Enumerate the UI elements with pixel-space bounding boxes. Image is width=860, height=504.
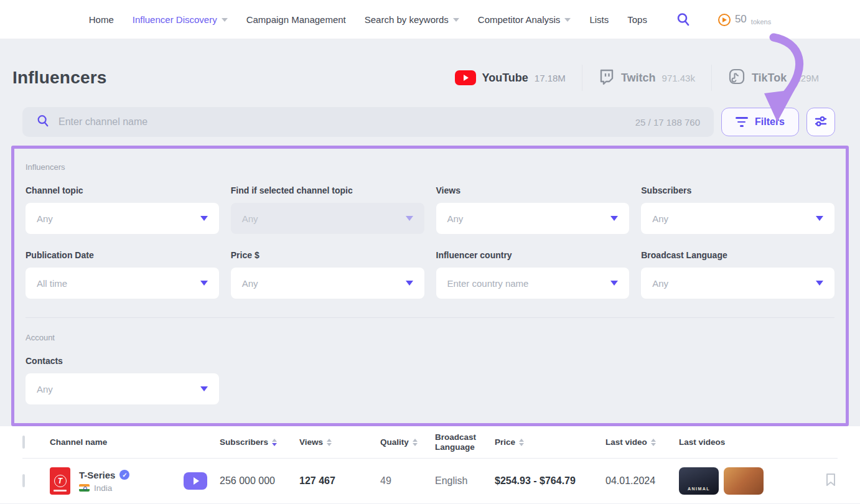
filter-price: Price $ Any <box>231 250 424 299</box>
column-price[interactable]: Price <box>495 437 605 447</box>
nav-competitor-analysis[interactable]: Competitor Analysis <box>478 14 571 25</box>
nav-tops[interactable]: Tops <box>627 14 647 25</box>
youtube-icon <box>455 70 476 85</box>
filters-button-label: Filters <box>755 116 785 128</box>
influencer-country-select[interactable]: Enter country name <box>436 268 630 299</box>
verified-badge-icon: ✓ <box>119 470 129 480</box>
filter-label: Find if selected channel topic <box>231 185 424 195</box>
section-label-influencers: Influencers <box>26 162 834 172</box>
filter-icon <box>736 117 748 127</box>
nav-lists[interactable]: Lists <box>589 14 609 25</box>
token-count: 50 <box>735 13 747 26</box>
youtube-play-button[interactable] <box>184 472 207 490</box>
influencers-table: Channel name Subscribers Views Quality B… <box>0 426 860 503</box>
token-unit: tokens <box>751 18 771 26</box>
cell-subscribers: 256 000 000 <box>220 475 299 487</box>
filter-subscribers: Subscribers Any <box>641 185 834 234</box>
nav-home[interactable]: Home <box>89 14 114 25</box>
top-navigation: Home Influencer Discovery Campaign Manag… <box>0 0 860 39</box>
views-select[interactable]: Any <box>436 203 630 234</box>
column-subscribers[interactable]: Subscribers <box>220 437 299 447</box>
filters-button[interactable]: Filters <box>721 108 799 136</box>
results-counter: 25 / 17 188 760 <box>635 117 700 128</box>
filter-label: Influencer country <box>436 250 630 260</box>
chevron-down-icon <box>200 281 208 286</box>
broadcast-language-select[interactable]: Any <box>641 268 834 299</box>
select-value: All time <box>37 278 67 289</box>
sort-icon <box>327 439 332 446</box>
chevron-down-icon <box>406 281 413 286</box>
cell-views: 127 467 <box>299 475 380 487</box>
chevron-down-icon <box>453 18 459 22</box>
search-icon <box>36 114 50 130</box>
tab-youtube[interactable]: YouTube 17.18M <box>439 70 582 85</box>
select-value: Any <box>37 213 53 224</box>
filter-find-selected-topic: Find if selected channel topic Any <box>231 185 424 234</box>
nav-influencer-discovery-label: Influencer Discovery <box>133 14 217 25</box>
contacts-select[interactable]: Any <box>26 373 219 404</box>
select-value: Any <box>652 213 668 224</box>
search-icon[interactable] <box>676 12 691 27</box>
chevron-down-icon <box>816 216 823 221</box>
column-quality[interactable]: Quality <box>380 437 435 447</box>
nav-influencer-discovery[interactable]: Influencer Discovery <box>133 14 228 25</box>
chevron-down-icon <box>816 281 823 286</box>
channel-search-input[interactable] <box>58 116 627 128</box>
chevron-down-icon <box>610 216 618 221</box>
token-balance[interactable]: 50 tokens <box>718 13 771 26</box>
chevron-down-icon <box>222 18 228 22</box>
channel-name[interactable]: T-Series ✓ <box>79 470 129 480</box>
select-value: Any <box>37 384 53 394</box>
channel-country: India <box>79 483 129 493</box>
chevron-down-icon <box>406 216 413 221</box>
display-settings-button[interactable] <box>806 108 835 136</box>
filter-label: Publication Date <box>26 250 219 260</box>
channel-avatar[interactable]: T <box>50 467 70 495</box>
platform-tabs: YouTube 17.18M Twitch 971.43k TikTok 6.2… <box>439 65 836 91</box>
cell-quality: 49 <box>380 475 435 487</box>
filter-views: Views Any <box>436 185 630 234</box>
tab-youtube-count: 17.18M <box>535 73 566 83</box>
table-header: Channel name Subscribers Views Quality B… <box>22 426 838 459</box>
column-broadcast-language: Broadcast Language <box>435 432 495 452</box>
publication-date-select[interactable]: All time <box>26 268 219 299</box>
cell-last-video-date: 04.01.2024 <box>605 475 679 487</box>
chevron-down-icon <box>610 281 618 286</box>
tab-tiktok-count: 6.29M <box>793 73 819 83</box>
filter-channel-topic: Channel topic Any <box>26 185 219 234</box>
nav-search-by-keywords[interactable]: Search by keywords <box>365 14 459 25</box>
find-selected-topic-select: Any <box>231 203 424 234</box>
tab-tiktok[interactable]: TikTok 6.29M <box>712 68 835 88</box>
select-value: Any <box>447 213 464 224</box>
video-thumbnail[interactable]: ANIMAL <box>679 467 719 495</box>
row-checkbox[interactable] <box>22 474 25 487</box>
price-select[interactable]: Any <box>231 268 424 299</box>
select-value: Any <box>242 213 258 224</box>
filter-label: Subscribers <box>641 185 834 195</box>
sort-icon <box>651 439 656 446</box>
filter-label: Channel topic <box>26 185 219 195</box>
subscribers-select[interactable]: Any <box>641 203 834 234</box>
filter-label: Contacts <box>26 356 219 366</box>
tiktok-icon <box>728 68 745 88</box>
tab-twitch-count: 971.43k <box>662 73 695 83</box>
video-thumbnail[interactable] <box>724 467 764 495</box>
page-title: Influencers <box>12 68 107 88</box>
filters-panel: Influencers Channel topic Any Find if se… <box>11 146 849 426</box>
select-value: Any <box>652 278 668 289</box>
nav-campaign-management[interactable]: Campaign Management <box>246 14 346 25</box>
tab-youtube-label: YouTube <box>482 72 528 85</box>
nav-competitor-analysis-label: Competitor Analysis <box>478 14 561 25</box>
channel-topic-select[interactable]: Any <box>26 203 219 234</box>
table-row: T T-Series ✓ India 256 000 000 127 467 4… <box>22 459 838 503</box>
select-all-checkbox[interactable] <box>22 436 25 449</box>
token-icon <box>718 14 731 26</box>
bookmark-icon[interactable] <box>824 472 838 490</box>
twitch-icon <box>599 68 615 88</box>
column-views[interactable]: Views <box>299 437 380 447</box>
filter-broadcast-language: Broadcast Language Any <box>641 250 834 299</box>
tab-twitch-label: Twitch <box>621 72 656 85</box>
column-last-video[interactable]: Last video <box>605 437 679 447</box>
filter-label: Price $ <box>231 250 424 260</box>
tab-twitch[interactable]: Twitch 971.43k <box>582 68 711 88</box>
